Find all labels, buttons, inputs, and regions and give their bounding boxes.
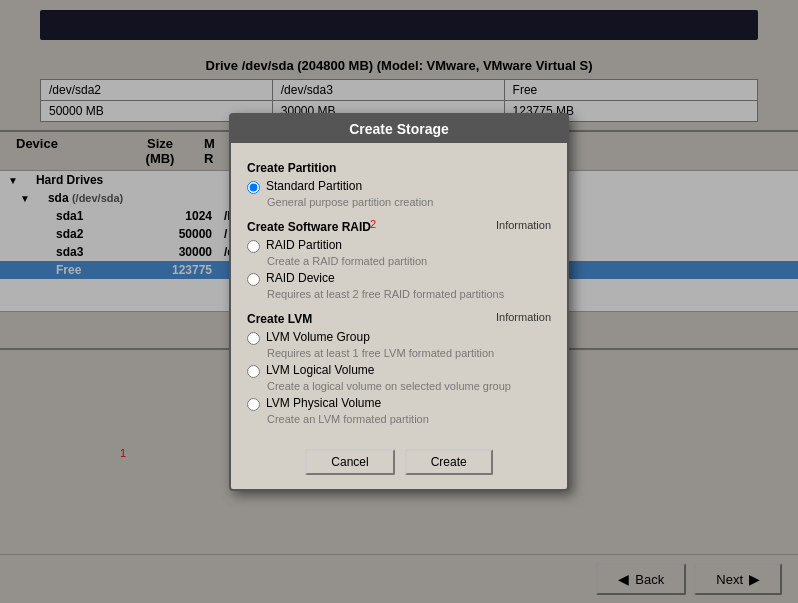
radio-lvm-physical-volume-desc: Create an LVM formated partition [267,413,551,425]
radio-lvm-physical-volume-label: LVM Physical Volume [266,396,381,410]
radio-raid-partition-desc: Create a RAID formated partition [267,255,551,267]
lvm-info-link[interactable]: Information [496,311,551,323]
radio-raid-partition-label: RAID Partition [266,238,342,252]
annotation-2: 2 [370,218,376,230]
radio-item-raid-device[interactable]: RAID Device [247,271,551,286]
radio-lvm-volume-group-desc: Requires at least 1 free LVM formated pa… [267,347,551,359]
raid-info-link[interactable]: Information [496,219,551,231]
modal-footer: Cancel Create [231,439,567,489]
radio-lvm-physical-volume[interactable] [247,398,260,411]
radio-lvm-volume-group-label: LVM Volume Group [266,330,370,344]
modal-title: Create Storage [231,115,567,143]
section-partition-label: Create Partition [247,161,551,175]
modal-body: Create Partition Standard Partition Gene… [231,143,567,439]
radio-raid-device-label: RAID Device [266,271,335,285]
radio-standard-desc: General purpose partition creation [267,196,551,208]
section-lvm: Create LVM Information [247,304,551,330]
radio-lvm-logical-volume[interactable] [247,365,260,378]
radio-item-raid-partition[interactable]: RAID Partition [247,238,551,253]
radio-group-partition: Standard Partition General purpose parti… [247,179,551,208]
radio-group-raid: RAID Partition Create a RAID formated pa… [247,238,551,300]
radio-standard-label: Standard Partition [266,179,362,193]
radio-standard[interactable] [247,181,260,194]
section-software-raid: Create Software RAID Information [247,212,551,238]
radio-item-lvm-physical-volume[interactable]: LVM Physical Volume [247,396,551,411]
radio-item-standard[interactable]: Standard Partition [247,179,551,194]
radio-item-lvm-logical-volume[interactable]: LVM Logical Volume [247,363,551,378]
modal-cancel-button[interactable]: Cancel [305,449,394,475]
radio-item-lvm-volume-group[interactable]: LVM Volume Group [247,330,551,345]
radio-raid-partition[interactable] [247,240,260,253]
radio-group-lvm: LVM Volume Group Requires at least 1 fre… [247,330,551,425]
radio-raid-device-desc: Requires at least 2 free RAID formated p… [267,288,551,300]
radio-raid-device[interactable] [247,273,260,286]
modal-overlay: Create Storage Create Partition Standard… [0,0,798,603]
modal-create-button[interactable]: Create [405,449,493,475]
radio-lvm-logical-volume-label: LVM Logical Volume [266,363,375,377]
section-lvm-label: Create LVM [247,312,312,326]
radio-lvm-logical-volume-desc: Create a logical volume on selected volu… [267,380,551,392]
radio-lvm-volume-group[interactable] [247,332,260,345]
create-storage-modal: Create Storage Create Partition Standard… [229,113,569,491]
section-raid-label: Create Software RAID [247,220,371,234]
